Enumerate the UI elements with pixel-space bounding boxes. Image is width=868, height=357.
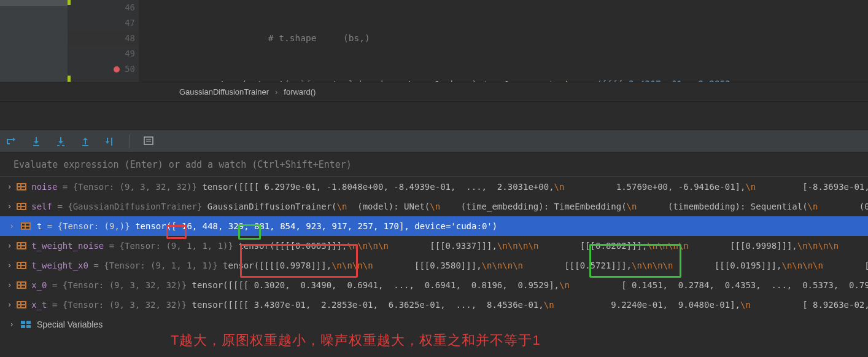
- var-row-x0[interactable]: › x_0 = {Tensor: (9, 3, 32, 32)} tensor(…: [0, 275, 868, 295]
- tensor-icon: [17, 261, 26, 270]
- line-number: 50: [125, 61, 135, 77]
- line-number: 46: [125, 0, 135, 15]
- svg-rect-36: [21, 263, 25, 265]
- svg-rect-26: [26, 224, 29, 226]
- svg-rect-38: [17, 281, 26, 289]
- chevron-right-icon[interactable]: ›: [7, 281, 12, 289]
- evaluate-expression-icon[interactable]: [143, 136, 154, 147]
- svg-rect-43: [17, 301, 26, 308]
- editor-tabstrip: [0, 0, 68, 82]
- chevron-right-icon[interactable]: ›: [7, 320, 16, 329]
- tensor-icon: [17, 241, 26, 250]
- svg-rect-14: [18, 184, 20, 186]
- svg-rect-39: [18, 283, 20, 284]
- tensor-icon: [21, 222, 32, 230]
- chevron-right-icon[interactable]: ›: [7, 241, 12, 250]
- run-to-cursor-icon[interactable]: [104, 136, 115, 147]
- panel-gap: [0, 102, 868, 130]
- variables-panel: › noise = {Tensor: (9, 3, 32, 32)} tenso…: [0, 177, 868, 334]
- chevron-right-icon: ›: [275, 87, 277, 96]
- var-row-noise[interactable]: › noise = {Tensor: (9, 3, 32, 32)} tenso…: [0, 177, 868, 197]
- svg-rect-41: [21, 283, 25, 284]
- svg-rect-42: [21, 286, 25, 288]
- svg-rect-47: [21, 305, 25, 307]
- svg-rect-34: [18, 263, 20, 265]
- svg-rect-27: [26, 227, 29, 229]
- line-number: 49: [125, 46, 135, 61]
- svg-rect-25: [22, 227, 25, 229]
- step-into-my-icon[interactable]: [55, 136, 66, 147]
- svg-rect-45: [18, 305, 20, 307]
- chevron-right-icon[interactable]: ›: [7, 300, 12, 309]
- code-area[interactable]: # t.shape (bs,) x_t = (extract(self.sqrt…: [139, 0, 868, 82]
- svg-rect-40: [18, 286, 20, 288]
- debug-toolbar: [0, 130, 868, 152]
- svg-rect-18: [17, 203, 26, 210]
- svg-rect-22: [21, 207, 25, 209]
- svg-rect-51: [26, 325, 31, 328]
- line-number: 48: [125, 31, 135, 46]
- tensor-icon: [17, 281, 26, 289]
- svg-rect-48: [21, 321, 25, 324]
- svg-rect-31: [21, 243, 25, 245]
- line-gutter[interactable]: 46 47 48 49 50: [68, 0, 139, 82]
- svg-rect-44: [18, 302, 20, 304]
- svg-rect-49: [26, 321, 31, 324]
- svg-rect-16: [21, 184, 25, 186]
- tensor-icon: [17, 300, 26, 309]
- group-icon: [21, 320, 32, 329]
- svg-rect-37: [21, 266, 25, 268]
- svg-rect-23: [21, 222, 31, 230]
- svg-rect-21: [21, 204, 25, 206]
- var-row-xt[interactable]: › x_t = {Tensor: (9, 3, 32, 32)} tensor(…: [0, 295, 868, 315]
- var-row-self[interactable]: › self = {GaussianDiffusionTrainer} Gaus…: [0, 197, 868, 216]
- breakpoint-icon[interactable]: [114, 66, 120, 73]
- var-row-t-weight-noise[interactable]: › t_weight_noise = {Tensor: (9, 1, 1, 1)…: [0, 236, 868, 256]
- breadcrumb[interactable]: GaussianDiffusionTrainer › forward(): [0, 82, 868, 102]
- svg-rect-33: [17, 262, 26, 269]
- chevron-right-icon[interactable]: ›: [7, 261, 12, 270]
- svg-rect-35: [18, 266, 20, 268]
- svg-rect-17: [21, 187, 25, 189]
- chevron-right-icon[interactable]: ›: [7, 202, 12, 211]
- line-number: 47: [125, 15, 135, 31]
- step-out-icon[interactable]: [80, 136, 91, 147]
- separator: [129, 135, 130, 148]
- svg-rect-32: [21, 246, 25, 248]
- chevron-right-icon[interactable]: ›: [7, 222, 16, 230]
- breadcrumb-class[interactable]: GaussianDiffusionTrainer: [179, 87, 269, 96]
- chevron-right-icon[interactable]: ›: [7, 182, 12, 191]
- svg-rect-28: [17, 242, 26, 249]
- object-icon: [17, 202, 26, 211]
- code-editor: 46 47 48 49 50 # t.shape (bs,) x_t = (ex…: [0, 0, 868, 82]
- step-over-icon[interactable]: [6, 136, 17, 147]
- svg-rect-13: [17, 183, 26, 190]
- var-row-t[interactable]: › t = {Tensor: (9,)} tensor([ 16, 448, 3…: [0, 216, 868, 236]
- svg-rect-50: [21, 325, 25, 328]
- svg-rect-24: [22, 224, 25, 226]
- svg-rect-15: [18, 187, 20, 189]
- var-row-t-weight-x0[interactable]: › t_weight_x0 = {Tensor: (9, 1, 1, 1)} t…: [0, 256, 868, 275]
- expression-bar: [0, 152, 868, 177]
- step-into-icon[interactable]: [31, 136, 42, 147]
- svg-rect-20: [18, 207, 20, 209]
- svg-rect-46: [21, 302, 25, 304]
- svg-rect-10: [144, 137, 153, 144]
- svg-rect-30: [18, 246, 20, 248]
- svg-rect-29: [18, 243, 20, 245]
- breadcrumb-function[interactable]: forward(): [284, 87, 316, 96]
- tensor-icon: [17, 182, 26, 191]
- svg-rect-19: [18, 204, 20, 206]
- evaluate-expression-input[interactable]: [14, 159, 868, 170]
- annotation-text: T越大，原图权重越小，噪声权重越大，权重之和并不等于1: [171, 331, 541, 350]
